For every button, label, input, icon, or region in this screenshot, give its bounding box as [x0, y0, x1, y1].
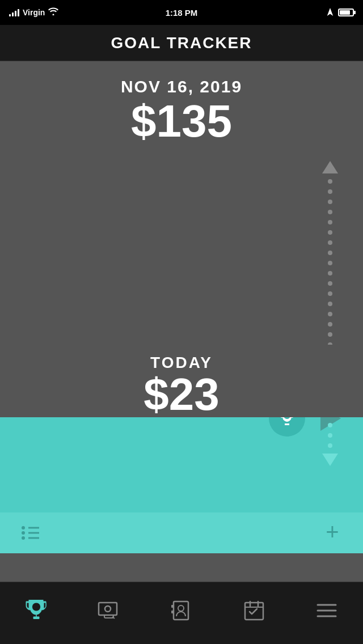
dot: [328, 210, 332, 214]
action-bar: +: [0, 512, 363, 553]
svg-point-2: [22, 536, 25, 540]
today-amount: $23: [0, 372, 363, 417]
carrier-label: Virgin: [23, 8, 45, 17]
app-title: GOAL TRACKER: [111, 34, 252, 52]
dot: [328, 322, 332, 327]
app-header: GOAL TRACKER: [0, 25, 363, 61]
arrow-top: [322, 161, 338, 173]
dot: [328, 220, 332, 224]
svg-point-1: [22, 531, 25, 535]
dot: [328, 302, 332, 306]
goal-date: NOV 16, 2019: [0, 77, 363, 96]
nav-item-menu[interactable]: [298, 602, 355, 619]
svg-point-14: [178, 605, 184, 611]
calendar-nav-icon: [243, 599, 265, 622]
add-icon: +: [322, 523, 343, 543]
dot: [328, 230, 332, 235]
svg-rect-9: [104, 615, 113, 618]
nav-item-money[interactable]: [81, 599, 137, 622]
svg-rect-12: [171, 605, 174, 608]
location-icon: [327, 8, 334, 18]
money-nav-icon: [98, 599, 120, 622]
nav-item-trophy[interactable]: [8, 600, 65, 621]
progress-line: [322, 158, 338, 345]
status-bar: Virgin 1:18 PM: [0, 0, 363, 25]
status-left: Virgin: [9, 7, 58, 18]
arrow-bottom: [322, 454, 338, 466]
menu-nav-icon: [316, 602, 337, 619]
list-icon: [21, 525, 40, 541]
dot: [328, 291, 332, 296]
svg-rect-13: [171, 611, 174, 613]
dot: [328, 261, 332, 265]
nav-item-calendar[interactable]: [226, 599, 282, 622]
dot: [328, 332, 332, 337]
dot: [328, 200, 332, 204]
svg-point-8: [105, 606, 111, 612]
dot: [328, 179, 332, 184]
list-button[interactable]: [18, 520, 43, 545]
wifi-icon: [48, 7, 58, 18]
middle-area: [0, 158, 363, 345]
progress-block: +: [0, 417, 363, 553]
dot: [328, 271, 332, 276]
today-section: TODAY $23: [0, 345, 363, 417]
dot: [328, 189, 332, 194]
dot: [328, 251, 332, 255]
dot: [328, 312, 332, 316]
dot: [328, 281, 332, 286]
status-time: 1:18 PM: [166, 8, 198, 18]
goal-amount: $135: [0, 99, 363, 144]
bottom-nav: [0, 582, 363, 644]
add-button[interactable]: +: [320, 520, 345, 545]
nav-item-contact[interactable]: [153, 599, 210, 622]
battery-icon: [338, 9, 354, 16]
status-right: [327, 8, 354, 18]
goal-section: NOV 16, 2019 $135: [0, 61, 363, 158]
trophy-nav-icon: [25, 600, 48, 621]
svg-text:+: +: [326, 523, 339, 543]
svg-rect-7: [99, 603, 117, 615]
svg-point-0: [22, 526, 25, 529]
contact-nav-icon: [170, 599, 193, 622]
dot: [328, 240, 332, 245]
signal-bars: [9, 9, 19, 16]
